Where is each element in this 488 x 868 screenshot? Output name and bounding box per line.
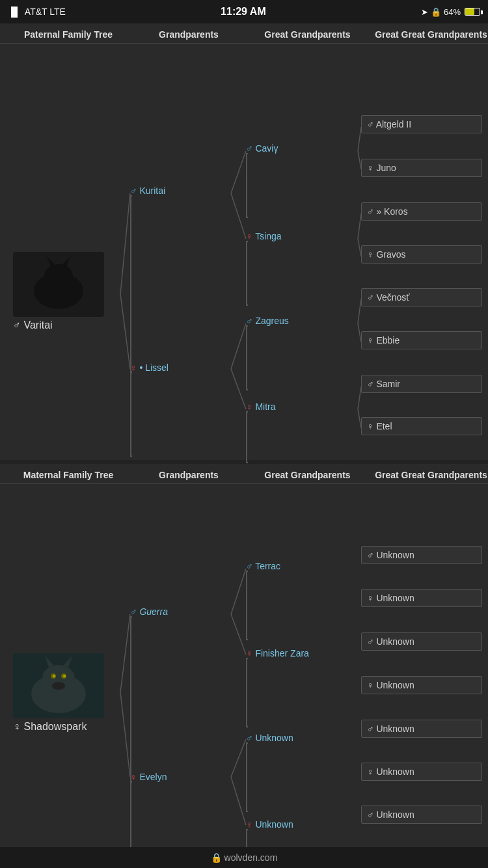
- mat-gg-6[interactable]: ♂ Unknown: [361, 806, 482, 824]
- carrier-info: ▐▌ AT&T LTE: [8, 7, 66, 17]
- great-caviy[interactable]: ♂ Caviγ: [246, 143, 278, 154]
- maternal-col1-title: Maternal Family Tree: [7, 469, 130, 481]
- bracket-terrac: [246, 571, 248, 640]
- maternal-self-gender: ♀: [13, 721, 23, 732]
- carrier-text: AT&T LTE: [25, 7, 66, 17]
- great-tsinga[interactable]: ♀ Tsinga: [246, 231, 282, 241]
- svg-line-22: [231, 739, 246, 777]
- maternal-self-image: ♀ Shadowspark: [13, 653, 104, 733]
- paternal-self-image: ♂ Varitai: [13, 252, 104, 331]
- svg-line-20: [231, 569, 246, 614]
- paternal-self-gender: ♂: [13, 319, 23, 331]
- bottom-bar: 🔒 wolvden.com: [0, 847, 488, 868]
- great-terrac[interactable]: ♂ Terrac: [246, 561, 280, 571]
- svg-point-33: [52, 682, 65, 690]
- gg-samir-name: Samir: [376, 379, 400, 389]
- gg-etel-name: Etel: [376, 421, 392, 431]
- mat-gg-0-name: Unknown: [376, 550, 414, 560]
- svg-line-3: [231, 193, 246, 239]
- gg-etel[interactable]: ♀ Etel: [361, 417, 482, 435]
- svg-line-5: [231, 369, 246, 409]
- svg-line-4: [231, 323, 246, 369]
- svg-line-0: [120, 193, 130, 294]
- mat-gg-2-name: Unknown: [376, 636, 414, 647]
- bracket-tsinga: [246, 241, 248, 306]
- grandparent-kuritai-name: Kuritai: [139, 185, 165, 196]
- gg-koros[interactable]: ♂ » Koros: [361, 202, 482, 221]
- gg-altgeld[interactable]: ♂ Altgeld II: [361, 115, 482, 133]
- great-mitra-name: Mitra: [255, 401, 275, 412]
- paternal-col1-title: Paternal Family Tree: [7, 29, 130, 40]
- signal-icon: ▐▌: [8, 7, 21, 17]
- gg-juno-name: Juno: [376, 163, 396, 173]
- svg-point-31: [53, 675, 55, 677]
- great-unknown-f[interactable]: ♀ Unknown: [246, 819, 293, 830]
- paternal-col3-title: Great Grandparents: [247, 29, 368, 40]
- shadowspark-svg: [13, 653, 104, 718]
- paternal-self-label: ♂ Varitai: [13, 319, 104, 331]
- mat-gg-1-name: Unknown: [376, 593, 414, 603]
- great-caviy-name: Caviγ: [255, 143, 278, 154]
- gg-koros-name: » Koros: [376, 206, 407, 217]
- grandparent-evelyn[interactable]: ♀ Evelyn: [130, 772, 167, 782]
- status-right: ➤ 🔒 64%: [421, 7, 480, 17]
- paternal-tree: ♂ Varitai ♂ Kuritai ♀ • Lissel ♂ Caviγ ♀…: [0, 44, 488, 460]
- mat-gg-4-name: Unknown: [376, 724, 414, 734]
- battery-icon: [465, 8, 480, 16]
- maternal-header: Maternal Family Tree Grandparents Great …: [0, 464, 488, 484]
- mat-gg-3[interactable]: ♀ Unknown: [361, 676, 482, 694]
- gg-juno[interactable]: ♀ Juno: [361, 159, 482, 177]
- bracket-kuritai: [130, 195, 132, 372]
- bracket-guerra: [130, 616, 132, 782]
- gg-vecnost[interactable]: ♂ Večnosť: [361, 288, 482, 306]
- maternal-self-label: ♀ Shadowspark: [13, 721, 104, 733]
- great-finisher-zara[interactable]: ♀ Finisher Zara: [246, 648, 309, 658]
- location-icon: ➤: [421, 7, 428, 17]
- grandparent-evelyn-name: Evelyn: [139, 772, 167, 782]
- svg-point-15: [44, 264, 73, 288]
- great-finisher-zara-name: Finisher Zara: [255, 648, 308, 658]
- gg-samir[interactable]: ♂ Samir: [361, 375, 482, 393]
- grandparent-guerra[interactable]: ♂ Guerra: [130, 606, 168, 617]
- lock-icon: 🔒: [431, 7, 441, 17]
- svg-line-19: [120, 692, 130, 777]
- status-bar: ▐▌ AT&T LTE 11:29 AM ➤ 🔒 64%: [0, 0, 488, 23]
- time-display: 11:29 AM: [221, 6, 266, 18]
- great-zagreus[interactable]: ♂ Zagreus: [246, 316, 289, 326]
- battery-percent: 64%: [444, 7, 461, 17]
- svg-line-21: [231, 614, 246, 655]
- svg-line-2: [231, 151, 246, 193]
- maternal-tree: ♀ Shadowspark ♂ Guerra ♀ Evelyn ♂ Terrac…: [0, 484, 488, 868]
- mat-gg-5[interactable]: ♀ Unknown: [361, 763, 482, 781]
- great-unknown-m-name: Unknown: [255, 733, 293, 743]
- svg-point-32: [63, 675, 66, 677]
- mat-gg-1[interactable]: ♀ Unknown: [361, 589, 482, 607]
- footer-url: wolvden.com: [224, 852, 278, 863]
- maternal-col4-title: Great Great Grandparents: [368, 469, 488, 481]
- maternal-col2-title: Grandparents: [130, 469, 247, 481]
- bracket-lissel: [130, 372, 132, 457]
- grandparent-lissel[interactable]: ♀ • Lissel: [130, 362, 169, 373]
- grandparent-kuritai[interactable]: ♂ Kuritai: [130, 185, 165, 196]
- gg-altgeld-name: Altgeld II: [376, 119, 411, 129]
- mat-gg-3-name: Unknown: [376, 680, 414, 690]
- paternal-col4-title: Great Great Grandparents: [368, 29, 488, 40]
- svg-line-1: [120, 294, 130, 369]
- gg-gravos-name: Gravos: [376, 249, 405, 260]
- great-tsinga-name: Tsinga: [255, 231, 281, 241]
- bracket-caviy: [246, 153, 248, 218]
- paternal-header: Paternal Family Tree Grandparents Great …: [0, 23, 488, 44]
- mat-gg-2[interactable]: ♂ Unknown: [361, 632, 482, 651]
- paternal-self-name: Varitai: [23, 319, 52, 331]
- gg-gravos[interactable]: ♀ Gravos: [361, 245, 482, 264]
- gg-vecnost-name: Večnosť: [376, 292, 409, 303]
- great-zagreus-name: Zagreus: [255, 316, 288, 326]
- lock-footer-icon: 🔒: [211, 852, 224, 863]
- great-terrac-name: Terrac: [255, 561, 280, 571]
- great-mitra[interactable]: ♀ Mitra: [246, 401, 276, 412]
- great-unknown-m[interactable]: ♂ Unknown: [246, 733, 293, 743]
- mat-gg-0[interactable]: ♂ Unknown: [361, 546, 482, 564]
- mat-gg-4[interactable]: ♂ Unknown: [361, 720, 482, 738]
- gg-ebbie[interactable]: ♀ Ebbie: [361, 331, 482, 349]
- gg-ebbie-name: Ebbie: [376, 335, 400, 346]
